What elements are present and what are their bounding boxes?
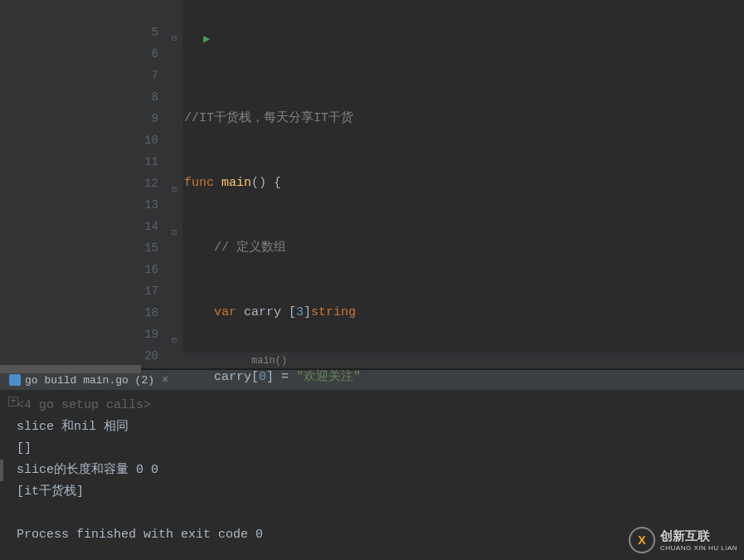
code-area[interactable]: //IT干货栈，每天分享IT干货 func main() { // 定义数组 v… [182,0,744,353]
line-number[interactable] [8,0,158,22]
line-number[interactable]: 11 [8,151,158,173]
line-number[interactable]: 20 [8,345,158,367]
horizontal-scrollbar[interactable] [0,365,141,373]
run-tab-label: go build main.go (2) [25,374,154,387]
line-number[interactable]: 12 [8,173,158,194]
line-number[interactable]: 18 [8,302,158,324]
comment-text: // 定义数组 [214,241,286,255]
close-icon[interactable]: × [162,373,168,387]
console-line: slice 和nil 相同 [17,416,740,438]
line-number[interactable]: 8 [8,86,158,108]
line-number[interactable]: 16 [8,259,158,280]
logo-icon: X [629,527,655,553]
logo-text: 创新互联 [660,528,737,544]
console-setup-line[interactable]: <4 go setup calls> [17,395,740,416]
fold-marker-icon[interactable]: ⊟ [172,33,177,43]
line-number[interactable]: 14 [8,216,158,237]
keyword: func [184,176,214,190]
line-number[interactable]: 9 [8,108,158,129]
line-number[interactable]: 13 [8,194,158,216]
line-number[interactable]: 6 [8,43,158,65]
fold-marker-icon[interactable]: ⊟ [172,184,177,194]
console-line: [] [17,438,740,460]
line-number[interactable]: 17 [8,280,158,302]
fold-column: ⊟ ⊟ ⊡ ⊟ [170,0,182,353]
go-icon [9,374,21,386]
console-line: [it干货栈] [17,481,740,503]
gutter: 5 6 7 8 9 10 11 12 13 14 15 16 17 18 19 … [8,0,170,353]
comment-text: //IT干货栈，每天分享IT干货 [184,111,353,125]
line-number[interactable]: 5 [8,22,158,43]
fold-marker-icon[interactable]: ⊡ [172,227,177,237]
line-number[interactable]: 19 [8,324,158,345]
line-number[interactable]: 7 [8,65,158,86]
editor-area: 5 6 7 8 9 10 11 12 13 14 15 16 17 18 19 … [0,0,744,353]
side-marker-icon [0,460,3,481]
line-number[interactable]: 10 [8,129,158,151]
watermark-logo: X 创新互联 CHUANG XIN HU LIAN [629,527,737,553]
expand-icon[interactable]: + [8,397,18,407]
run-gutter-icon[interactable]: ▶ [203,32,210,46]
function-name: main [221,176,251,190]
breadcrumb-item[interactable]: main() [251,355,287,367]
left-margin [0,0,8,353]
logo-subtext: CHUANG XIN HU LIAN [660,544,737,552]
play-icon: ▶ [203,32,210,46]
run-tab[interactable]: go build main.go (2) × [4,372,173,388]
line-number[interactable]: 15 [8,237,158,259]
fold-marker-icon[interactable]: ⊟ [172,335,177,345]
console-line: slice的长度和容量 0 0 [17,460,740,481]
